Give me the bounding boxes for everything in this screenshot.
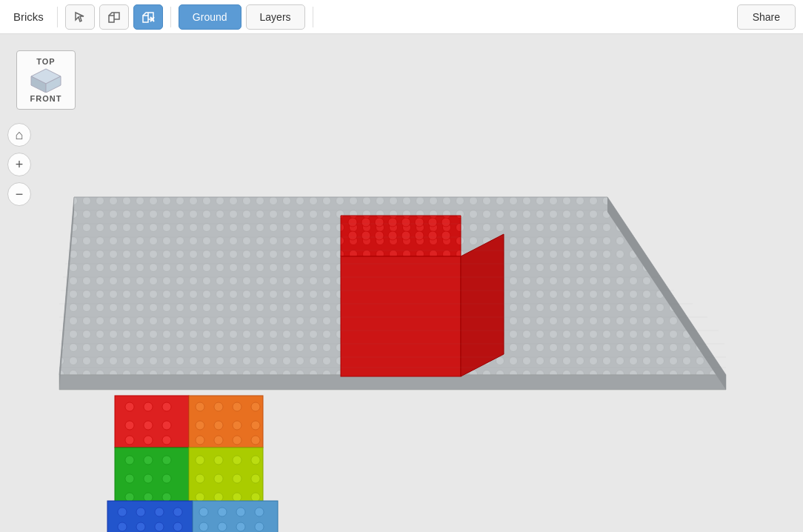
- svg-point-29: [428, 218, 437, 227]
- tool-delete-button[interactable]: [133, 4, 163, 30]
- svg-point-20: [415, 231, 424, 240]
- svg-point-67: [233, 456, 241, 465]
- svg-point-66: [214, 456, 223, 465]
- svg-point-74: [214, 493, 223, 502]
- svg-point-38: [125, 436, 134, 445]
- svg-point-26: [388, 218, 397, 227]
- divider-1: [57, 7, 58, 27]
- svg-point-80: [155, 508, 164, 516]
- svg-point-51: [214, 436, 223, 445]
- svg-point-33: [144, 402, 153, 411]
- red-block-front[interactable]: [341, 256, 461, 376]
- svg-point-82: [118, 522, 127, 531]
- svg-point-65: [196, 456, 204, 465]
- svg-point-24: [361, 218, 370, 227]
- svg-point-52: [233, 436, 241, 445]
- svg-point-58: [125, 474, 134, 483]
- svg-point-50: [196, 436, 204, 445]
- svg-point-91: [199, 522, 208, 531]
- cube-top-label: TOP: [36, 57, 55, 66]
- svg-point-15: [348, 231, 357, 240]
- svg-point-68: [251, 456, 260, 465]
- svg-point-30: [442, 218, 450, 227]
- svg-point-87: [199, 508, 208, 516]
- svg-point-40: [162, 436, 171, 445]
- svg-point-28: [415, 218, 424, 227]
- canvas-area: TOP FRONT ⌂ + −: [0, 34, 803, 532]
- svg-point-43: [214, 402, 223, 411]
- view-cube-box[interactable]: TOP FRONT: [16, 50, 76, 110]
- svg-rect-1: [143, 16, 148, 22]
- svg-point-89: [236, 508, 245, 516]
- svg-point-22: [442, 231, 450, 240]
- svg-point-23: [348, 218, 357, 227]
- svg-point-49: [251, 421, 260, 430]
- side-controls: ⌂ + −: [7, 123, 31, 206]
- home-icon: ⌂: [16, 127, 24, 143]
- svg-point-85: [173, 522, 182, 531]
- layers-tab[interactable]: Layers: [246, 4, 305, 30]
- svg-point-55: [125, 456, 134, 465]
- flat-bricks-group[interactable]: [107, 396, 278, 532]
- svg-point-70: [214, 474, 223, 483]
- zoom-in-icon: +: [16, 157, 24, 173]
- svg-rect-0: [109, 16, 114, 22]
- scene-svg: [0, 34, 803, 532]
- svg-point-92: [218, 522, 227, 531]
- tool-select-button[interactable]: [65, 4, 95, 30]
- svg-point-42: [196, 402, 204, 411]
- svg-point-78: [118, 508, 127, 516]
- svg-point-17: [375, 231, 384, 240]
- zoom-in-button[interactable]: +: [7, 153, 31, 176]
- svg-point-62: [144, 493, 153, 502]
- svg-point-90: [255, 508, 264, 516]
- svg-point-48: [233, 421, 241, 430]
- svg-point-19: [402, 231, 410, 240]
- svg-point-21: [428, 231, 437, 240]
- svg-point-53: [251, 436, 260, 445]
- home-button[interactable]: ⌂: [7, 123, 31, 147]
- svg-point-84: [155, 522, 164, 531]
- svg-point-79: [136, 508, 145, 516]
- svg-point-35: [125, 421, 134, 430]
- svg-point-47: [214, 421, 223, 430]
- svg-point-83: [136, 522, 145, 531]
- svg-point-72: [251, 474, 260, 483]
- bricks-tab[interactable]: Bricks: [7, 10, 50, 23]
- cube-preview-icon: [30, 67, 62, 93]
- svg-point-59: [144, 474, 153, 483]
- cube-front-label: FRONT: [30, 94, 62, 103]
- svg-point-25: [375, 218, 384, 227]
- divider-3: [313, 7, 313, 27]
- svg-point-56: [144, 456, 153, 465]
- svg-point-36: [144, 421, 153, 430]
- svg-point-81: [173, 508, 182, 516]
- svg-point-76: [251, 493, 260, 502]
- ground-tab[interactable]: Ground: [179, 4, 241, 30]
- svg-point-37: [162, 421, 171, 430]
- view-cube[interactable]: TOP FRONT: [16, 50, 76, 110]
- svg-point-94: [255, 522, 264, 531]
- svg-point-39: [144, 436, 153, 445]
- svg-point-44: [233, 402, 241, 411]
- svg-point-69: [196, 474, 204, 483]
- share-button[interactable]: Share: [737, 4, 796, 30]
- svg-marker-12: [59, 375, 726, 390]
- svg-point-75: [233, 493, 241, 502]
- toolbar: Bricks Ground Layers Share: [0, 0, 803, 34]
- svg-point-32: [125, 402, 134, 411]
- svg-point-46: [196, 421, 204, 430]
- svg-point-34: [162, 402, 171, 411]
- svg-point-88: [218, 508, 227, 516]
- svg-point-61: [125, 493, 134, 502]
- svg-point-60: [162, 474, 171, 483]
- divider-2: [170, 7, 171, 27]
- svg-point-71: [233, 474, 241, 483]
- tool-place-button[interactable]: [99, 4, 129, 30]
- zoom-out-button[interactable]: −: [7, 182, 31, 206]
- svg-point-18: [388, 231, 397, 240]
- zoom-out-icon: −: [16, 187, 24, 202]
- svg-point-57: [162, 456, 171, 465]
- svg-point-93: [236, 522, 245, 531]
- red-block-right[interactable]: [461, 234, 504, 376]
